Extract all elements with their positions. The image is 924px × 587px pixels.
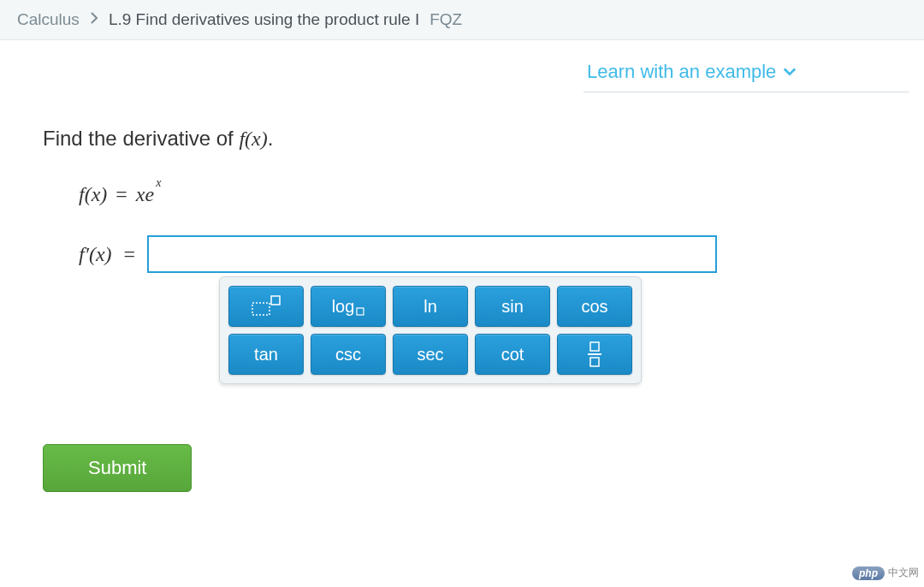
prompt-fx: f(x)	[239, 127, 267, 150]
exponent-icon	[249, 294, 283, 318]
keypad-ln-button[interactable]: ln	[393, 286, 468, 327]
svg-rect-0	[252, 303, 270, 315]
equals-sign: =	[124, 243, 136, 266]
watermark: php 中文网	[852, 566, 919, 580]
watermark-text: 中文网	[888, 566, 919, 580]
keypad-log-button[interactable]: log	[311, 286, 386, 327]
keypad-label: log	[332, 297, 355, 317]
given-lhs: f(x)	[79, 183, 107, 206]
svg-rect-2	[357, 308, 364, 315]
keypad-label: sec	[417, 345, 443, 365]
keypad-label: cos	[581, 297, 607, 317]
svg-rect-5	[590, 358, 599, 366]
answer-lhs: f′(x)	[79, 243, 112, 266]
math-keypad: log ln sin cos tan csc sec cot	[219, 276, 642, 384]
keypad-label: csc	[335, 345, 361, 365]
given-equation: f(x) = xex	[79, 183, 881, 206]
keypad-exponent-button[interactable]	[228, 286, 304, 327]
prompt-text-suffix: .	[268, 127, 274, 150]
answer-input[interactable]	[147, 235, 717, 273]
learn-with-example-button[interactable]: Learn with an example	[583, 61, 909, 92]
breadcrumb-subject[interactable]: Calculus	[17, 10, 80, 29]
keypad-cos-button[interactable]: cos	[557, 286, 632, 327]
keypad-cot-button[interactable]: cot	[475, 334, 550, 375]
keypad-label: cot	[501, 345, 524, 365]
answer-row: f′(x) =	[79, 235, 881, 273]
learn-with-example-label: Learn with an example	[587, 61, 776, 83]
keypad-label: tan	[254, 345, 278, 365]
chevron-down-icon	[783, 65, 797, 79]
prompt-text-prefix: Find the derivative of	[43, 127, 239, 150]
keypad-tan-button[interactable]: tan	[228, 334, 304, 375]
svg-rect-3	[590, 342, 599, 351]
question-prompt: Find the derivative of f(x).	[43, 127, 881, 151]
equals-sign: =	[116, 183, 127, 206]
svg-rect-1	[271, 296, 280, 305]
breadcrumb-code: FQZ	[429, 10, 462, 29]
keypad-csc-button[interactable]: csc	[311, 334, 386, 375]
given-rhs: xex	[136, 183, 162, 206]
keypad-fraction-button[interactable]	[557, 334, 632, 375]
keypad-label: sin	[501, 297, 524, 317]
chevron-right-icon	[90, 10, 98, 29]
submit-button[interactable]: Submit	[43, 444, 192, 492]
keypad-sec-button[interactable]: sec	[393, 334, 468, 375]
breadcrumb: Calculus L.9 Find derivatives using the …	[0, 0, 924, 40]
fraction-icon	[586, 341, 603, 368]
log-subscript-icon	[356, 307, 364, 316]
question-area: Find the derivative of f(x). f(x) = xex …	[0, 101, 924, 410]
watermark-brand: php	[852, 566, 885, 580]
keypad-sin-button[interactable]: sin	[475, 286, 550, 327]
keypad-label: ln	[424, 297, 437, 317]
breadcrumb-lesson[interactable]: L.9 Find derivatives using the product r…	[109, 10, 419, 29]
